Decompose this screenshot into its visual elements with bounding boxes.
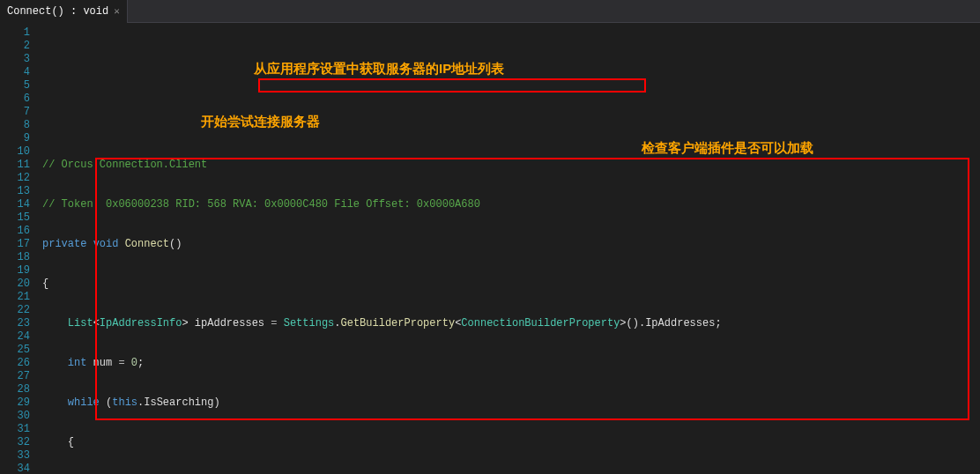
line-number: 16: [0, 225, 30, 238]
code-line: {: [42, 278, 980, 291]
line-number: 4: [0, 66, 30, 79]
line-number: 7: [0, 106, 30, 119]
line-number: 30: [0, 410, 30, 423]
annotation-3: 检查客户端插件是否可以加载: [642, 141, 813, 154]
line-number: 1: [0, 26, 30, 40]
line-number: 13: [0, 185, 30, 198]
line-number: 24: [0, 330, 30, 344]
line-number: 22: [0, 304, 30, 317]
line-number: 15: [0, 211, 30, 225]
code-line: int num = 0;: [42, 357, 980, 370]
line-number: 23: [0, 317, 30, 330]
line-number: 8: [0, 119, 30, 132]
line-number-gutter: 1234567891011121314151617181920212223242…: [0, 23, 42, 474]
line-number: 21: [0, 291, 30, 304]
code-line: List<IpAddressInfo> ipAddresses = Settin…: [42, 317, 980, 330]
code-line: // Orcus.Connection.Client: [42, 159, 980, 172]
line-number: 17: [0, 238, 30, 251]
annotation-1: 从应用程序设置中获取服务器的IP地址列表: [254, 62, 504, 75]
line-number: 10: [0, 145, 30, 159]
line-number: 27: [0, 370, 30, 383]
editor-tab[interactable]: Connect() : void ✕: [0, 0, 128, 23]
code-line: private void Connect(): [42, 238, 980, 251]
line-number: 6: [0, 93, 30, 106]
line-number: 25: [0, 344, 30, 357]
line-number: 2: [0, 40, 30, 53]
code-area[interactable]: 从应用程序设置中获取服务器的IP地址列表 开始尝试连接服务器 检查客户端插件是否…: [42, 23, 980, 474]
line-number: 19: [0, 264, 30, 278]
line-number: 12: [0, 172, 30, 185]
line-number: 34: [0, 463, 30, 474]
annotation-2: 开始尝试连接服务器: [201, 115, 320, 128]
line-number: 14: [0, 198, 30, 211]
line-number: 31: [0, 423, 30, 436]
line-number: 9: [0, 132, 30, 145]
tab-bar: Connect() : void ✕: [0, 0, 980, 23]
line-number: 3: [0, 53, 30, 66]
line-number: 32: [0, 436, 30, 449]
code-line: {: [42, 436, 980, 449]
line-number: 20: [0, 278, 30, 291]
close-icon[interactable]: ✕: [114, 5, 120, 17]
tab-title: Connect() : void: [7, 5, 108, 18]
line-number: 11: [0, 159, 30, 172]
line-number: 29: [0, 396, 30, 410]
line-number: 18: [0, 251, 30, 264]
code-line: // Token: 0x06000238 RID: 568 RVA: 0x000…: [42, 198, 980, 211]
line-number: 5: [0, 79, 30, 93]
line-number: 33: [0, 449, 30, 463]
code-editor: 1234567891011121314151617181920212223242…: [0, 23, 980, 474]
highlight-box-1: [258, 78, 646, 93]
line-number: 26: [0, 357, 30, 370]
code-line: while (this.IsSearching): [42, 396, 980, 410]
line-number: 28: [0, 383, 30, 396]
